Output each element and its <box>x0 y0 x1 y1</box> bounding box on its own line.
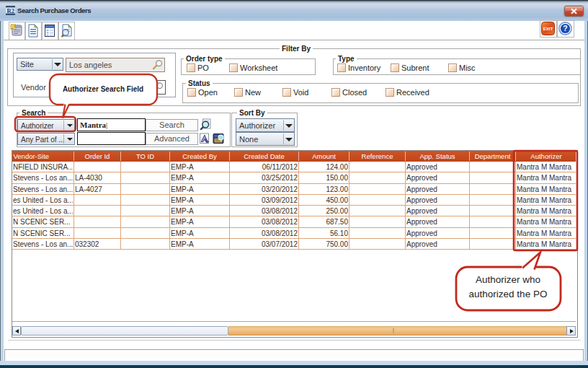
svg-text:Authorizer who: Authorizer who <box>476 274 540 285</box>
svg-text:authorized the PO: authorized the PO <box>469 289 548 299</box>
svg-text:Authorizer Search Field: Authorizer Search Field <box>63 85 143 93</box>
